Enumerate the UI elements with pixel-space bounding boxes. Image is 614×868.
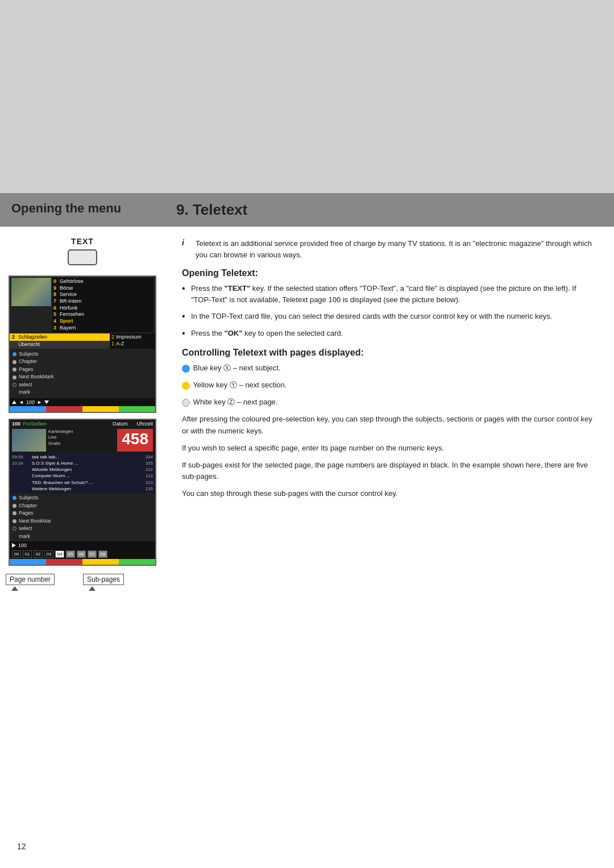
- tt2-sp-08: 08: [98, 550, 107, 558]
- tt2-cb-red: [46, 559, 82, 565]
- tt2-chapter: Chapter: [13, 502, 152, 510]
- tt2-bottom-nav: 100: [10, 541, 155, 549]
- info-icon: i: [182, 238, 191, 260]
- tt1-header-row: 0 Gehörlose 9 Börse 8 Service 7 BR-Inter…: [10, 277, 155, 333]
- tt2-sp-03: 03: [44, 550, 53, 558]
- tt1-dot-select: [13, 383, 16, 387]
- tt1-cb-yellow: [82, 406, 119, 412]
- tt2-sp-02: 02: [34, 550, 43, 558]
- tt1-menu-item-6: 6 Hörfunk: [53, 305, 152, 312]
- tt2-sp-00: 00: [12, 550, 21, 558]
- left-column: TEXT 0 Gehörlose 9 Börse 8: [0, 227, 165, 593]
- tt1-left-menu: Subjects Chapter Pages Next BookMark sel…: [10, 349, 155, 398]
- bullet-text-2: In the TOP-Text card file, you can selec…: [191, 311, 552, 322]
- page-number-bottom: 12: [17, 842, 26, 851]
- text-button-label: TEXT: [71, 237, 94, 246]
- tt2-mark: mark: [13, 533, 152, 541]
- tt2-pages: Pages: [13, 510, 152, 518]
- bullet-dot-2: •: [182, 311, 188, 322]
- tt2-cb-yellow: [82, 559, 119, 565]
- tt1-ubersicht: Übersicht: [10, 341, 110, 349]
- tt2-row-6: Weitere Meldungen 135: [12, 486, 153, 492]
- tt1-menu-item-4: 4 Sport: [53, 318, 152, 325]
- tt1-sr-impressum: 2 Impressum: [110, 333, 155, 340]
- tt1-cb-red: [46, 406, 82, 412]
- yellow-key-line: Yellow key Ⓨ – next section.: [182, 379, 597, 391]
- para-2: If you wish to select a specific page, e…: [182, 443, 597, 454]
- tt1-subjects: Subjects: [13, 350, 152, 358]
- label-area: Page number Sub-pages: [0, 571, 165, 593]
- tt1-next-bookmark: Next BookMark: [13, 373, 152, 381]
- bullet-1: • Press the "TEXT" key. If the selected …: [182, 283, 597, 305]
- tt2-datum: Datum: [113, 421, 128, 427]
- page-number-arrow: [11, 586, 18, 591]
- sub-pages-arrow: [89, 586, 96, 591]
- tt2-row-3: Aktuelle Meldungen 112: [12, 466, 153, 473]
- bullet-dot-3: •: [182, 328, 188, 339]
- tt1-bottom-nav: ◄ 100 ►: [10, 398, 155, 406]
- tt2-station: ProSieben: [23, 421, 47, 427]
- teletext-screen-2: 100 ProSieben Datum Uhrzeit Kartenlegen …: [9, 419, 156, 566]
- tt2-sp-04: 04: [55, 550, 64, 558]
- tt1-dot-subjects: [13, 352, 16, 356]
- para-3: If sub-pages exist for the selected page…: [182, 460, 597, 482]
- tt2-header: 100 ProSieben Datum Uhrzeit: [10, 420, 155, 428]
- tt2-info-right: Kartenlegen Live Gratis: [48, 429, 115, 452]
- bullet-dot-1: •: [182, 283, 188, 305]
- text-button[interactable]: [68, 249, 97, 265]
- tt2-top-section: Kartenlegen Live Gratis 458: [10, 428, 155, 453]
- para-1: After pressing the coloured pre-selectio…: [182, 414, 597, 436]
- sub-pages-label: Sub-pages: [83, 574, 124, 585]
- tt1-dot-chapter: [13, 360, 16, 364]
- tt1-cb-green: [119, 406, 155, 412]
- tt1-image: [11, 278, 51, 306]
- tt2-left-menu: Subjects Chapter Pages Next BookMar sele…: [10, 493, 155, 541]
- tt1-menu-item-5: 5 Fernsehen: [53, 311, 152, 318]
- bullet-3: • Press the "OK" key to open the selecte…: [182, 328, 597, 339]
- top-gray-area: [0, 0, 614, 193]
- tt1-dot-mark: [13, 391, 16, 395]
- bullet-text-3: Press the "OK" key to open the selected …: [191, 328, 343, 339]
- tt1-split-right: 2 Impressum 1 A-Z: [110, 333, 155, 349]
- tt2-big-num: 458: [117, 429, 153, 452]
- tt2-next-bookmar: Next BookMar: [13, 518, 152, 525]
- tt2-subpages: 00 01 02 03 04 05 06 07 08: [10, 549, 155, 559]
- section-header-left: Opening the menu: [0, 193, 165, 227]
- yellow-key-icon: [182, 382, 190, 390]
- tt1-cb-blue: [10, 406, 46, 412]
- white-key-line: White key Ⓩ – next page.: [182, 397, 597, 408]
- tt1-split-left: 2 Schlagzeilen Übersicht: [10, 333, 110, 349]
- tt2-row-1: 09:56 talk talk talk... 334: [12, 454, 153, 460]
- para-4: You can step through these sub-pages wit…: [182, 488, 597, 499]
- white-key-icon: [182, 399, 190, 407]
- tt1-schlagzeilen: 2 Schlagzeilen: [10, 333, 110, 341]
- section-header: Opening the menu 9. Teletext: [0, 193, 614, 227]
- right-column: i Teletext is an additional service prov…: [165, 227, 614, 593]
- tt1-dot-pages: [13, 368, 16, 372]
- tt1-pages: Pages: [13, 366, 152, 374]
- teletext-screen-1: 0 Gehörlose 9 Börse 8 Service 7 BR-Inter…: [9, 276, 156, 413]
- tt2-select: select: [13, 525, 152, 533]
- tt2-cb-blue: [10, 559, 46, 565]
- info-text: Teletext is an additional service provid…: [196, 238, 597, 260]
- tt2-sp-05: 05: [66, 550, 75, 558]
- tt2-row-2: 10:34 S.O.S Style & Home ... 335: [12, 460, 153, 466]
- tt2-sp-07: 07: [88, 550, 97, 558]
- tt1-arrow-down: [44, 400, 49, 404]
- tt2-subjects: Subjects: [13, 494, 152, 502]
- bullet-text-1: Press the "TEXT" key. If the selected st…: [191, 283, 597, 305]
- tt2-page: 100: [12, 421, 20, 427]
- tt1-sr-az: 1 A-Z: [110, 340, 155, 347]
- tt1-colored-bar: [10, 406, 155, 412]
- tt2-arrow-right: [12, 543, 16, 548]
- info-block: i Teletext is an additional service prov…: [182, 238, 597, 260]
- tt1-split-row: 2 Schlagzeilen Übersicht 2 Impressum 1: [10, 333, 155, 349]
- tt1-menu-item-7: 7 BR-Intern: [53, 298, 152, 305]
- bullet-2: • In the TOP-Text card file, you can sel…: [182, 311, 597, 322]
- tt1-mark: mark: [13, 389, 152, 397]
- sub-pages-label-area: Sub-pages: [83, 574, 124, 591]
- tt1-arrow-up: [12, 400, 16, 404]
- tt2-colored-bar: [10, 559, 155, 565]
- page-number-label: Page number: [6, 574, 55, 585]
- left-title: Opening the menu: [11, 201, 121, 215]
